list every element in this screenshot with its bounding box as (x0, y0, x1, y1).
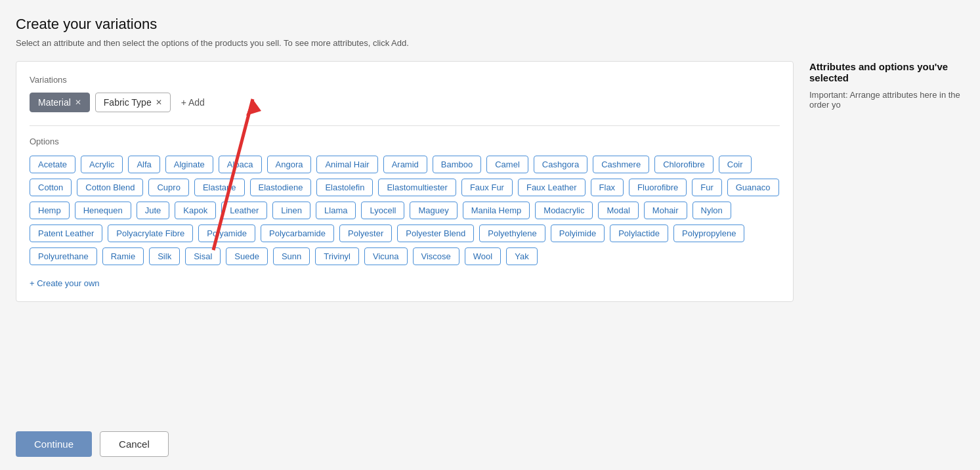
option-tag[interactable]: Cashmere (593, 156, 649, 173)
option-tag[interactable]: Coir (719, 156, 752, 173)
option-tag[interactable]: Polycarbamide (261, 224, 334, 242)
option-tag[interactable]: Elastodiene (250, 179, 312, 196)
option-tag[interactable]: Chlorofibre (654, 156, 714, 173)
option-tag[interactable]: Jute (137, 202, 170, 219)
right-panel-note: Important: Arrange attributes here in th… (809, 90, 964, 110)
add-attribute-button[interactable]: + Add (176, 93, 210, 112)
create-own-link[interactable]: + Create your own (30, 278, 100, 288)
option-tag[interactable]: Vicuna (364, 247, 408, 265)
svg-marker-1 (246, 99, 261, 116)
option-tag[interactable]: Camel (486, 156, 528, 173)
option-tag[interactable]: Sisal (185, 247, 221, 265)
option-tag[interactable]: Faux Fur (461, 179, 513, 196)
option-tag[interactable]: Aramid (383, 156, 427, 173)
option-tag[interactable]: Viscose (413, 247, 459, 265)
option-tag[interactable]: Alginate (165, 156, 213, 173)
material-close-icon[interactable]: ✕ (75, 98, 81, 107)
option-tag[interactable]: Alfa (128, 156, 160, 173)
option-tag[interactable]: Polyethylene (479, 224, 545, 242)
cancel-button[interactable]: Cancel (100, 431, 169, 457)
option-tag[interactable]: Cotton (30, 179, 72, 196)
option-tag[interactable]: Patent Leather (30, 224, 102, 242)
option-tag[interactable]: Polyurethane (30, 247, 97, 265)
option-tag[interactable]: Modacrylic (535, 202, 593, 219)
option-tag[interactable]: Polylactide (610, 224, 668, 242)
option-tag[interactable]: Polyester Blend (397, 224, 474, 242)
option-tag[interactable]: Polyester (339, 224, 392, 242)
option-tag[interactable]: Elastane (194, 179, 245, 196)
option-tag[interactable]: Guanaco (727, 179, 779, 196)
option-tag[interactable]: Yak (506, 247, 537, 265)
option-tag[interactable]: Henequen (75, 202, 131, 219)
option-tag[interactable]: Ramie (102, 247, 144, 265)
material-label: Material (38, 97, 71, 108)
option-tag[interactable]: Cashgora (534, 156, 587, 173)
option-tag[interactable]: Animal Hair (316, 156, 377, 173)
option-tag[interactable]: Linen (272, 202, 310, 219)
option-tag[interactable]: Sunn (273, 247, 310, 265)
option-tag[interactable]: Bamboo (433, 156, 481, 173)
option-tag[interactable]: Alpaca (219, 156, 262, 173)
page-subtitle: Select an attribute and then select the … (16, 38, 964, 48)
option-tag[interactable]: Polyimide (551, 224, 605, 242)
option-tag[interactable]: Modal (598, 202, 638, 219)
fabric-type-label: Fabric Type (104, 97, 152, 108)
option-tag[interactable]: Manila Hemp (463, 202, 530, 219)
option-tag[interactable]: Leather (221, 202, 267, 219)
fabric-type-close-icon[interactable]: ✕ (156, 98, 162, 107)
option-tag[interactable]: Fur (692, 179, 722, 196)
option-tag[interactable]: Silk (149, 247, 180, 265)
right-panel-title: Attributes and options you've selected (809, 61, 964, 83)
option-tag[interactable]: Polypropylene (673, 224, 744, 242)
option-tag[interactable]: Maguey (410, 202, 457, 219)
option-tag[interactable]: Cupro (148, 179, 188, 196)
option-tag[interactable]: Polyacrylate Fibre (108, 224, 193, 242)
option-tag[interactable]: Llama (316, 202, 356, 219)
option-tag[interactable]: Fluorofibre (629, 179, 687, 196)
page-title: Create your variations (16, 16, 964, 33)
option-tag[interactable]: Acetate (30, 156, 75, 173)
option-tag[interactable]: Elastomultiester (378, 179, 456, 196)
continue-button[interactable]: Continue (16, 431, 92, 457)
option-tag[interactable]: Faux Leather (518, 179, 586, 196)
option-tag[interactable]: Kapok (175, 202, 216, 219)
option-tag[interactable]: Suede (226, 247, 268, 265)
option-tag[interactable]: Angora (267, 156, 312, 173)
option-tag[interactable]: Hemp (30, 202, 70, 219)
attribute-tag-fabric-type[interactable]: Fabric Type ✕ (95, 93, 171, 112)
option-tag[interactable]: Nylon (692, 202, 731, 219)
option-tag[interactable]: Trivinyl (315, 247, 359, 265)
option-tag[interactable]: Mohair (644, 202, 687, 219)
option-tag[interactable]: Polyamide (198, 224, 255, 242)
footer-buttons: Continue Cancel (16, 418, 964, 470)
right-panel: Attributes and options you've selected I… (794, 61, 964, 418)
option-tag[interactable]: Acrylic (81, 156, 123, 173)
attribute-tag-material[interactable]: Material ✕ (30, 93, 90, 112)
option-tag[interactable]: Cotton Blend (77, 179, 143, 196)
option-tag[interactable]: Lyocell (361, 202, 404, 219)
attributes-row: Material ✕ Fabric Type ✕ + Add (30, 93, 780, 112)
options-grid: AcetateAcrylicAlfaAlginateAlpacaAngoraAn… (30, 156, 780, 265)
option-tag[interactable]: Elastolefin (316, 179, 373, 196)
option-tag[interactable]: Wool (465, 247, 501, 265)
options-label: Options (30, 137, 780, 146)
variations-label: Variations (30, 75, 780, 85)
option-tag[interactable]: Flax (591, 179, 624, 196)
